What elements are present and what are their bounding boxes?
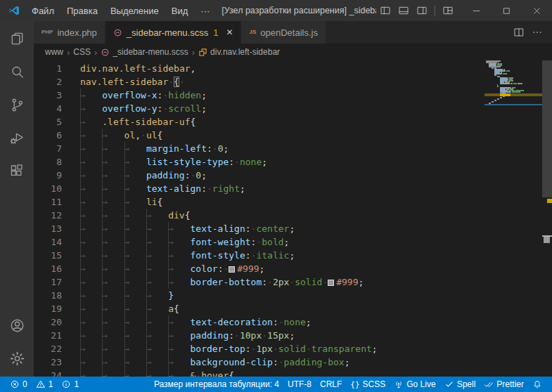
status-spell[interactable]: Spell	[440, 377, 480, 392]
code-line[interactable]: 14→→→→→font-weight:·bold;	[34, 235, 484, 249]
notifications-bell[interactable]	[528, 377, 546, 392]
code-line[interactable]: 20→→→→→text-decoration:·none;	[34, 315, 484, 329]
more-button[interactable]	[528, 25, 546, 40]
close-button[interactable]	[522, 0, 552, 21]
code-line[interactable]: 10→→→text-align:·right;	[34, 182, 484, 195]
space-whitespace: ·	[212, 143, 218, 154]
menu-item-0[interactable]: Файл	[25, 3, 60, 19]
code-lines: 1div.nav.left-sidebar,2nav.left-sidebar·…	[34, 60, 484, 377]
line-number: 4	[34, 102, 62, 115]
token-punct: ,	[135, 130, 141, 141]
menu-item-2[interactable]: Выделение	[104, 3, 165, 19]
matched-bracket: {	[174, 77, 179, 87]
warning-icon	[36, 379, 46, 389]
minimap[interactable]	[484, 60, 542, 377]
space-whitespace: ·	[278, 357, 284, 367]
code-line[interactable]: 9→→→padding:·0;	[34, 169, 484, 182]
breadcrumb-item-1[interactable]: CSS	[73, 47, 91, 57]
code-line[interactable]: 23→→→→→background-clip:·padding-box;	[34, 355, 484, 369]
activity-item-search[interactable]	[0, 55, 34, 89]
space-whitespace: ·	[306, 344, 312, 354]
token-sel: div.nav.left-sidebar	[80, 63, 191, 74]
layout-custom-button[interactable]	[439, 4, 457, 18]
maximize-button[interactable]	[492, 0, 522, 21]
code-line[interactable]: 17→→→→→border-bottom:·2px·solid·#999;	[34, 275, 484, 289]
status-infos[interactable]: 1	[57, 377, 83, 392]
color-swatch[interactable]	[229, 266, 235, 273]
tab-close-icon[interactable]: ✕	[226, 27, 233, 37]
close-icon	[532, 6, 542, 16]
menu-item-3[interactable]: Вид	[165, 3, 195, 19]
menu-item-4[interactable]: ···	[194, 3, 216, 19]
double-check-icon	[484, 379, 494, 389]
token-punct: {	[174, 303, 179, 314]
tab-whitespace: →	[124, 249, 146, 262]
scrollbar-thumb[interactable]	[542, 60, 552, 197]
code-line[interactable]: 21→→→→→padding:·10px·15px;	[34, 329, 484, 342]
status-tab-size[interactable]: Размер интервала табуляции: 4	[150, 377, 283, 392]
line-number: 7	[34, 142, 62, 155]
code-line[interactable]: 22→→→→→border-top:·1px·solid·transparent…	[34, 342, 484, 355]
status-eol[interactable]: CRLF	[316, 377, 346, 392]
code-line[interactable]: 4→overflow-y:·scroll;	[34, 102, 484, 115]
code-line[interactable]: 6→→ol,·ul{	[34, 129, 484, 142]
code-line[interactable]: 11→→→li{	[34, 195, 484, 209]
tab-index-php[interactable]: PHPindex.php	[34, 21, 105, 44]
code-line[interactable]: 15→→→→→font-style:·italic;	[34, 249, 484, 262]
tab-whitespace: →	[80, 142, 102, 155]
status-prettier[interactable]: Prettier	[480, 377, 528, 392]
status-language[interactable]: {}SCSS	[346, 377, 390, 392]
breadcrumb-item-0[interactable]: www	[45, 47, 63, 57]
tab-whitespace: →	[80, 209, 102, 222]
activity-item-settings[interactable]	[0, 342, 34, 375]
code-line[interactable]: 3→overflow-x:·hidden;	[34, 89, 484, 102]
status-go-live[interactable]: Go Live	[390, 377, 439, 392]
menu-item-1[interactable]: Правка	[60, 3, 104, 19]
code-line[interactable]: 13→→→→→text-align:·center;	[34, 222, 484, 235]
line-number: 21	[34, 329, 62, 342]
token-val: right	[212, 183, 240, 194]
scrollbar[interactable]	[542, 60, 552, 377]
layout-panel-button[interactable]	[394, 4, 413, 18]
code-line[interactable]: 1div.nav.left-sidebar,	[34, 62, 484, 75]
breadcrumb-label: CSS	[73, 47, 91, 57]
code-line[interactable]: 19→→→→a{	[34, 302, 484, 315]
code-line[interactable]: 2nav.left-sidebar·{·	[34, 75, 484, 89]
split-editor-button[interactable]	[510, 25, 528, 40]
code-line[interactable]: 24→→→→→&·hover{	[34, 369, 484, 377]
status-warnings[interactable]: 1	[32, 377, 58, 392]
code-line[interactable]: 5→.left-sidebar-uf{	[34, 115, 484, 129]
tab-whitespace: →	[146, 222, 168, 235]
tab-sidebar-menu-scss[interactable]: _sidebar-menu.scss1✕	[105, 21, 242, 44]
code-line[interactable]: 16→→→→→color:·#999;	[34, 262, 484, 275]
status-errors[interactable]: 0	[6, 377, 32, 392]
breadcrumb-item-3[interactable]: div.nav.left-sidebar	[198, 47, 280, 57]
activity-item-extensions[interactable]	[0, 155, 34, 188]
tab-whitespace: →	[146, 249, 168, 262]
code-line[interactable]: 8→→→list-style-type:·none;	[34, 155, 484, 169]
breadcrumb-item-2[interactable]: _sidebar-menu.scss	[101, 47, 188, 57]
code-line[interactable]: 7→→→margin-left:·0;	[34, 142, 484, 155]
status-left: 011	[6, 377, 83, 392]
line-number: 14	[34, 235, 62, 249]
code-line[interactable]: 12→→→→div{	[34, 209, 484, 222]
tab-whitespace: →	[124, 155, 146, 169]
tab-whitespace: →	[124, 142, 146, 155]
tab-whitespace: →	[80, 182, 102, 195]
tab-whitespace: →	[80, 169, 102, 182]
space-whitespace: ·	[278, 317, 284, 327]
tab-opendetails-js[interactable]: JSopenDetails.js	[241, 21, 326, 44]
color-swatch[interactable]	[328, 280, 334, 286]
tab-whitespace: →	[80, 275, 102, 289]
activity-item-accounts[interactable]	[0, 309, 34, 342]
status-encoding[interactable]: UTF-8	[283, 377, 316, 392]
code-line[interactable]: 18→→→→}	[34, 289, 484, 302]
activity-item-source-control[interactable]	[0, 89, 34, 122]
layout-right-button[interactable]	[413, 4, 431, 18]
activity-item-run-debug[interactable]	[0, 122, 34, 155]
minimize-button[interactable]	[461, 0, 492, 21]
layout-left-button[interactable]	[376, 4, 394, 18]
activity-item-explorer[interactable]	[0, 22, 34, 55]
token-punct: ;	[358, 277, 364, 287]
code-editor[interactable]: 1div.nav.left-sidebar,2nav.left-sidebar·…	[34, 60, 552, 377]
